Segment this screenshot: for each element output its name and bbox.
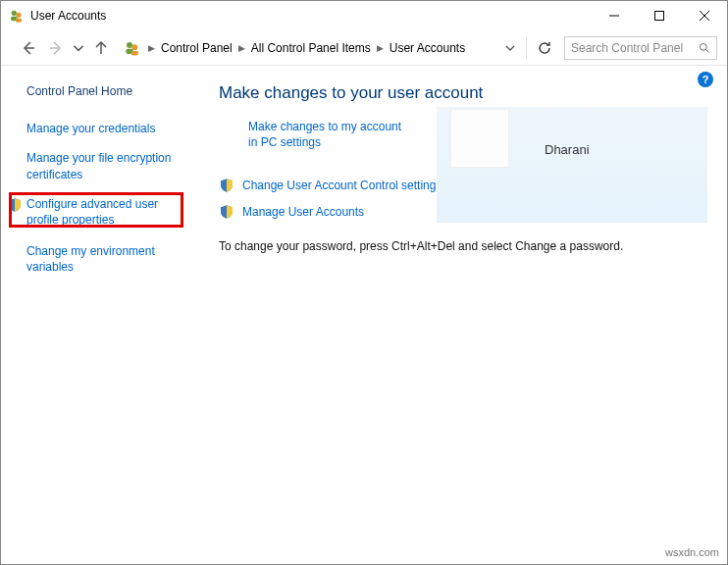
- manage-credentials-link[interactable]: Manage your credentials: [26, 121, 187, 136]
- svg-point-11: [127, 42, 132, 48]
- window-title: User Accounts: [30, 9, 592, 23]
- address-dropdown[interactable]: [504, 42, 516, 54]
- shield-icon: [7, 197, 23, 213]
- highlighted-item: Configure advanced user profile properti…: [26, 196, 187, 228]
- svg-rect-5: [655, 12, 664, 21]
- minimize-button[interactable]: [592, 1, 637, 30]
- svg-point-1: [16, 13, 21, 18]
- toolbar: ▶ Control Panel ▶ All Control Panel Item…: [1, 30, 727, 66]
- user-name: Dharani: [545, 142, 590, 157]
- breadcrumb-all-items[interactable]: All Control Panel Items: [249, 39, 373, 57]
- configure-advanced-profile-link[interactable]: Configure advanced user profile properti…: [26, 196, 187, 228]
- password-instructions: To change your password, press Ctrl+Alt+…: [219, 239, 707, 253]
- user-accounts-icon: [9, 8, 25, 24]
- page-heading: Make changes to your user account: [219, 83, 707, 103]
- search-placeholder: Search Control Panel: [571, 41, 683, 55]
- change-env-variables-link[interactable]: Change my environment variables: [26, 243, 187, 275]
- toolbar-divider: [526, 37, 527, 59]
- chevron-right-icon[interactable]: ▶: [377, 43, 384, 53]
- avatar: [450, 109, 509, 168]
- control-panel-home-link[interactable]: Control Panel Home: [26, 83, 187, 99]
- search-icon: [699, 42, 710, 54]
- up-button[interactable]: [89, 36, 113, 60]
- shield-icon: [219, 178, 234, 193]
- location-icon: [123, 39, 142, 57]
- close-button[interactable]: [682, 1, 727, 30]
- forward-button[interactable]: [44, 36, 68, 60]
- back-button[interactable]: [17, 36, 40, 60]
- svg-point-12: [131, 44, 137, 50]
- content-area: Control Panel Home Manage your credentia…: [1, 66, 727, 564]
- breadcrumb-user-accounts[interactable]: User Accounts: [388, 39, 467, 57]
- address-bar-buttons: [504, 37, 552, 59]
- svg-point-0: [12, 11, 17, 16]
- breadcrumb-control-panel[interactable]: Control Panel: [159, 39, 234, 57]
- watermark: wsxdn.com: [665, 546, 719, 558]
- user-panel: Dharani: [437, 107, 707, 223]
- svg-rect-14: [131, 51, 139, 56]
- uac-settings-link[interactable]: Change User Account Control settings: [242, 178, 442, 193]
- search-input[interactable]: Search Control Panel: [564, 36, 717, 60]
- pc-settings-row: Make changes to my account in PC setting…: [219, 119, 405, 150]
- chevron-right-icon[interactable]: ▶: [148, 43, 155, 53]
- recent-locations-dropdown[interactable]: [72, 41, 85, 55]
- maximize-button[interactable]: [637, 1, 682, 30]
- main-panel: Make changes to your user account Make c…: [197, 66, 727, 564]
- refresh-button[interactable]: [537, 40, 552, 56]
- manage-user-accounts-link[interactable]: Manage User Accounts: [242, 204, 364, 220]
- svg-line-16: [706, 49, 709, 52]
- sidebar: Control Panel Home Manage your credentia…: [1, 66, 197, 564]
- pc-settings-link[interactable]: Make changes to my account in PC setting…: [248, 119, 405, 150]
- manage-encryption-certificates-link[interactable]: Manage your file encryption certificates: [26, 150, 187, 181]
- svg-point-15: [701, 43, 707, 50]
- svg-rect-3: [16, 19, 23, 23]
- window-controls: [592, 1, 727, 30]
- breadcrumb: ▶ Control Panel ▶ All Control Panel Item…: [148, 39, 500, 57]
- title-bar: User Accounts: [1, 1, 727, 30]
- chevron-right-icon[interactable]: ▶: [238, 43, 245, 53]
- shield-icon: [219, 204, 234, 220]
